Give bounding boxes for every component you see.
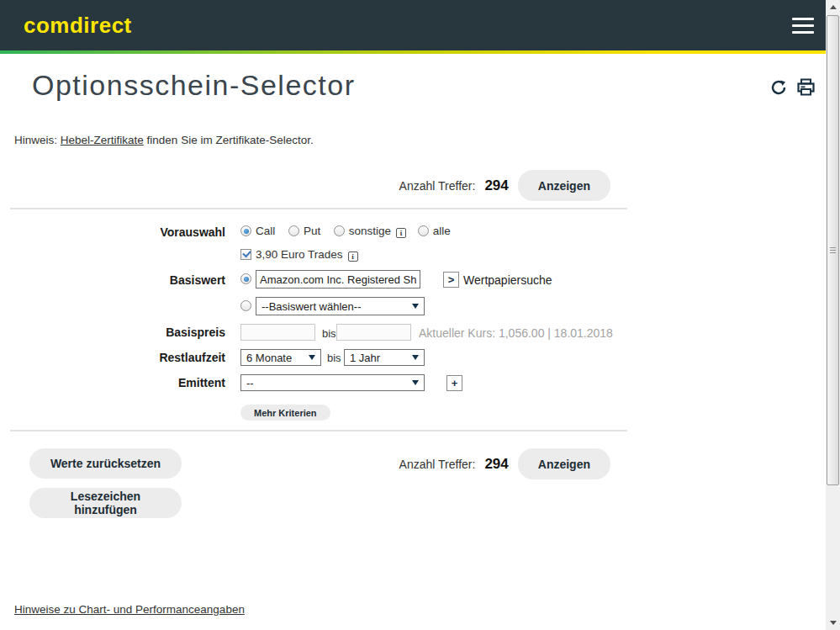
wertpapiersuche-label[interactable]: Wertpapiersuche xyxy=(463,273,552,287)
show-results-button[interactable]: Anzeigen xyxy=(518,448,610,479)
restlaufzeit-to-select[interactable]: 1 Jahr xyxy=(344,349,425,366)
info-icon[interactable]: i xyxy=(396,228,406,238)
page-title: Optionsschein-Selector xyxy=(32,69,356,102)
basispreis-from-input[interactable] xyxy=(240,324,315,341)
emittent-select[interactable]: -- xyxy=(240,374,425,391)
notice-suffix: finden Sie im Zertifikate-Selector. xyxy=(147,134,314,146)
notice-prefix: Hinweis: xyxy=(14,134,57,146)
restlaufzeit-bis-label: bis xyxy=(327,352,341,364)
divider xyxy=(10,430,627,431)
menu-bar xyxy=(792,31,814,34)
refresh-icon[interactable] xyxy=(769,78,788,100)
more-criteria-button[interactable]: Mehr Kriterien xyxy=(240,405,330,421)
radio-call-label[interactable]: Call xyxy=(256,225,275,237)
radio-sonstige-label[interactable]: sonstige xyxy=(349,225,391,237)
scrollbar-thumb[interactable] xyxy=(827,15,839,485)
basiswert-dropdown-radio[interactable] xyxy=(240,300,251,311)
results-row-top: Anzahl Treffer: 294 Anzeigen xyxy=(378,170,610,201)
restlaufzeit-from-select[interactable]: 6 Monate xyxy=(240,349,321,366)
vorauswahl-options: Call Put sonstigei alle xyxy=(240,225,454,238)
basiswert-label: Basiswert xyxy=(0,273,225,287)
results-label: Anzahl Treffer: xyxy=(399,458,476,471)
chevron-down-icon xyxy=(309,355,315,360)
scroll-up-button[interactable] xyxy=(826,0,840,14)
results-count: 294 xyxy=(484,456,508,473)
menu-bar xyxy=(792,18,814,20)
scrollbar-grip xyxy=(830,247,836,254)
triangle-up-icon xyxy=(830,5,837,9)
results-label: Anzahl Treffer: xyxy=(399,179,476,193)
show-results-button[interactable]: Anzeigen xyxy=(518,170,610,201)
aktueller-kurs-info: Aktueller Kurs: 1,056.00 | 18.01.2018 xyxy=(419,326,613,340)
add-bookmark-button[interactable]: Lesezeichen hinzufügen xyxy=(29,488,182,518)
radio-sonstige[interactable] xyxy=(334,225,345,236)
basispreis-to-input[interactable] xyxy=(336,324,411,341)
euro-trades-label[interactable]: 3,90 Euro Trades xyxy=(256,248,343,261)
radio-put[interactable] xyxy=(288,225,299,236)
restlaufzeit-label: Restlaufzeit xyxy=(0,351,225,364)
add-emittent-button[interactable]: + xyxy=(446,375,462,391)
chevron-down-icon xyxy=(412,355,419,360)
notice-text: Hinweis: Hebel-Zertifikate finden Sie im… xyxy=(14,134,314,146)
restlaufzeit-from-value: 6 Monate xyxy=(246,352,292,364)
basiswert-search-radio[interactable] xyxy=(240,273,251,284)
restlaufzeit-to-value: 1 Jahr xyxy=(350,352,380,364)
vorauswahl-label: Vorauswahl xyxy=(0,225,225,239)
divider xyxy=(10,208,627,209)
menu-icon[interactable] xyxy=(792,18,814,34)
radio-call[interactable] xyxy=(240,225,251,236)
basiswert-select[interactable]: --Basiswert wählen-- xyxy=(256,297,425,315)
results-count: 294 xyxy=(484,177,508,194)
hebel-zertifikate-link[interactable]: Hebel-Zertifikate xyxy=(61,134,144,146)
reset-values-button[interactable]: Werte zurücksetzen xyxy=(29,448,182,479)
euro-trades-row: 3,90 Euro Tradesi xyxy=(240,248,358,262)
basiswert-select-value: --Basiswert wählen-- xyxy=(262,300,361,313)
emittent-label: Emittent xyxy=(0,376,225,389)
basiswert-input[interactable] xyxy=(256,270,420,289)
chevron-down-icon xyxy=(412,380,419,385)
scroll-down-button[interactable] xyxy=(826,616,840,630)
euro-trades-checkbox[interactable] xyxy=(240,249,251,260)
emittent-select-value: -- xyxy=(246,377,254,389)
radio-alle-label[interactable]: alle xyxy=(433,225,451,237)
print-icon[interactable] xyxy=(796,77,816,100)
chevron-down-icon xyxy=(412,304,419,309)
app-header: comdirect xyxy=(0,0,826,50)
chart-performance-hints-link[interactable]: Hinweise zu Chart- und Performanceangabe… xyxy=(14,603,245,616)
comdirect-logo[interactable]: comdirect xyxy=(24,0,132,50)
radio-put-label[interactable]: Put xyxy=(304,225,320,237)
basispreis-label: Basispreis xyxy=(0,326,225,339)
radio-alle[interactable] xyxy=(418,225,429,236)
triangle-down-icon xyxy=(830,621,837,625)
wertpapiersuche-arrow-icon[interactable]: > xyxy=(443,272,459,288)
vertical-scrollbar[interactable] xyxy=(826,0,840,630)
browser-viewport: comdirect Optionsschein-Selector Hinweis… xyxy=(0,0,840,630)
basispreis-bis-label: bis xyxy=(322,327,336,340)
info-icon[interactable]: i xyxy=(348,251,358,262)
results-row-bottom: Anzahl Treffer: 294 Anzeigen xyxy=(378,448,610,479)
menu-bar xyxy=(792,24,814,27)
brand-gradient-line xyxy=(0,50,826,54)
